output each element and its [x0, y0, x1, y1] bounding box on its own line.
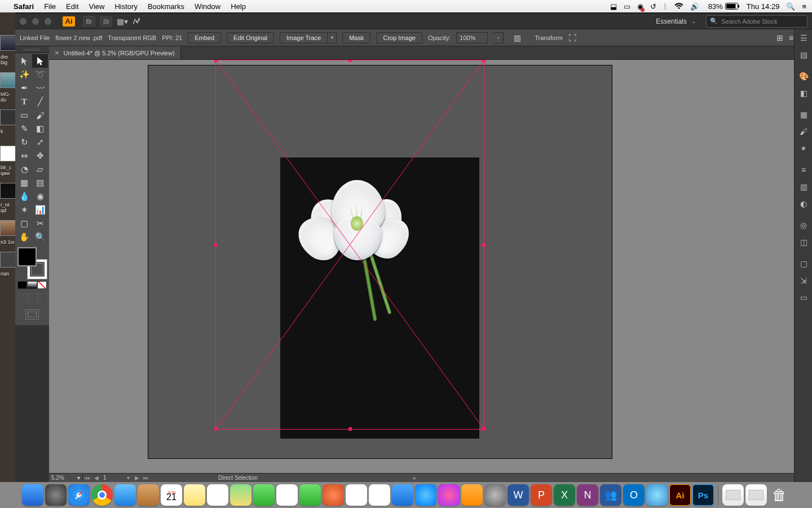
close-tab-icon[interactable]: × — [55, 49, 59, 57]
last-artboard-button[interactable]: ⏭ — [142, 475, 151, 481]
opacity-input[interactable]: 100% — [456, 32, 488, 43]
type-tool[interactable]: T — [16, 95, 32, 108]
antivirus-icon[interactable]: ◉ — [637, 2, 643, 11]
gpu-icon[interactable]: 🗲 — [133, 17, 140, 26]
gradient-panel-icon[interactable]: ▥ — [795, 178, 812, 195]
paintbrush-tool[interactable]: 🖌 — [32, 108, 48, 122]
stroke-panel-icon[interactable]: ≡ — [795, 161, 812, 178]
edit-original-button[interactable]: Edit Original — [227, 32, 274, 43]
document-tab[interactable]: × Untitled-4* @ 5.2% (RGB/GPU Preview) — [49, 46, 181, 59]
prev-artboard-button[interactable]: ◀ — [92, 475, 101, 481]
menu-help[interactable]: Help — [231, 2, 246, 11]
dropbox-icon[interactable]: ⬓ — [610, 2, 617, 11]
stock-button[interactable]: St — [100, 16, 112, 27]
isolate-icon[interactable]: ⊞ — [776, 33, 783, 42]
next-artboard-button[interactable]: ▶ — [133, 475, 142, 481]
eyedropper-tool[interactable]: 💧 — [16, 190, 32, 203]
shape-builder-tool[interactable]: ◔ — [16, 163, 32, 176]
wifi-icon[interactable] — [674, 3, 683, 10]
dock-app-outlook[interactable]: O — [623, 484, 645, 506]
selection-tool[interactable] — [16, 54, 32, 68]
curvature-tool[interactable]: 〰 — [32, 81, 48, 95]
bluetooth-icon[interactable]: ᛒ — [663, 2, 668, 11]
window-close-button[interactable] — [20, 18, 27, 25]
selection-handle[interactable] — [214, 60, 218, 62]
dock-app-browser2[interactable] — [646, 484, 668, 506]
zoom-tool[interactable]: 🔍 — [32, 230, 48, 244]
dock-app-contacts[interactable] — [138, 484, 159, 506]
dock-app-calendar[interactable]: JUN21 — [161, 484, 182, 506]
menu-edit[interactable]: Edit — [66, 2, 78, 11]
lasso-tool[interactable]: ➰ — [32, 68, 48, 81]
menu-file[interactable]: File — [44, 2, 56, 11]
dock-app-facetime[interactable] — [299, 484, 321, 506]
appearance-panel-icon[interactable]: ◎ — [795, 217, 812, 234]
direct-selection-tool[interactable] — [32, 54, 48, 68]
align-panel-icon[interactable]: ≡ — [789, 33, 793, 42]
window-minimize-button[interactable] — [32, 18, 39, 25]
bridge-button[interactable]: Br — [83, 16, 95, 27]
magic-wand-tool[interactable]: ✨ — [16, 68, 32, 81]
fill-stroke-swatch[interactable] — [17, 247, 47, 279]
scale-tool[interactable]: ⤢ — [32, 135, 48, 149]
color-panel-icon[interactable]: 🎨 — [795, 68, 812, 85]
artboard-number-input[interactable]: 1 — [101, 475, 123, 481]
dock-trash[interactable]: 🗑 — [769, 484, 790, 506]
desktop-thumb[interactable] — [0, 183, 16, 199]
dock-app-finder[interactable] — [22, 484, 43, 506]
menubar-clock[interactable]: Thu 14:29 — [747, 2, 780, 11]
swatches-panel-icon[interactable]: ▦ — [795, 106, 812, 123]
symbol-sprayer-tool[interactable]: ✶ — [16, 203, 32, 217]
canvas[interactable] — [49, 60, 803, 473]
dock-app-notes[interactable] — [184, 484, 205, 506]
dock-app-messages[interactable] — [253, 484, 275, 506]
selection-handle[interactable] — [348, 60, 352, 62]
dock-app-onenote[interactable]: N — [577, 484, 598, 506]
arrange-documents-icon[interactable]: ▦▾ — [117, 17, 128, 26]
column-graph-tool[interactable]: 📊 — [32, 203, 48, 217]
first-artboard-button[interactable]: ⏮ — [83, 475, 92, 481]
dock-app-itunes[interactable] — [438, 484, 460, 506]
color-guide-panel-icon[interactable]: ◧ — [795, 85, 812, 102]
chevron-down-icon[interactable]: ▾ — [328, 32, 337, 43]
dock-app-illustrator[interactable]: Ai — [669, 484, 691, 506]
dock-app-keynote[interactable] — [392, 484, 413, 506]
menu-bookmarks[interactable]: Bookmarks — [148, 2, 184, 11]
image-trace-button[interactable]: Image Trace — [280, 32, 328, 43]
dock-app-photoshop[interactable]: Ps — [692, 484, 714, 506]
width-tool[interactable]: ⇔ — [16, 149, 32, 163]
dock-app-preferences[interactable] — [484, 484, 506, 506]
dock-app-photos[interactable] — [276, 484, 298, 506]
spotlight-icon[interactable]: 🔍 — [786, 2, 795, 11]
shaper-tool[interactable]: ✎ — [16, 122, 32, 135]
zoom-select[interactable]: 5.2%▾ — [49, 475, 83, 481]
menu-history[interactable]: History — [114, 2, 137, 11]
transform-panel-icon[interactable]: ⛶ — [568, 33, 576, 42]
asset-export-panel-icon[interactable]: ⇲ — [795, 272, 812, 289]
dock-app-photobooth[interactable] — [323, 484, 344, 506]
transform-link[interactable]: Transform — [535, 34, 563, 41]
embed-button[interactable]: Embed — [188, 32, 221, 43]
screen-mode-toggle[interactable] — [17, 309, 47, 319]
selection-handle[interactable] — [482, 60, 486, 62]
gradient-tool[interactable]: ▤ — [32, 176, 48, 190]
mesh-tool[interactable]: ▦ — [16, 176, 32, 190]
perspective-tool[interactable]: ▱ — [32, 163, 48, 176]
slice-tool[interactable]: ✂ — [32, 217, 48, 230]
desktop-thumb[interactable] — [0, 72, 16, 88]
volume-icon[interactable]: 🔊 — [690, 2, 699, 11]
display-icon[interactable]: ▭ — [624, 2, 630, 11]
blend-tool[interactable]: ◉ — [32, 190, 48, 203]
dock-app-reminders[interactable] — [207, 484, 228, 506]
rectangle-tool[interactable]: ▭ — [16, 108, 32, 122]
menubar-appname[interactable]: Safari — [14, 2, 34, 11]
transparency-panel-icon[interactable]: ◐ — [795, 195, 812, 212]
pen-tool[interactable]: ✒ — [16, 81, 32, 95]
artboards-panel-icon[interactable]: ▭ — [795, 289, 812, 306]
dock-app-launchpad[interactable] — [45, 484, 67, 506]
dock-folder2[interactable] — [745, 484, 767, 506]
dock-app-mail[interactable] — [114, 484, 136, 506]
artboard-chevron-icon[interactable]: ▾ — [123, 475, 133, 481]
dock-app-numbers[interactable] — [346, 484, 367, 506]
dock-app-word[interactable]: W — [508, 484, 529, 506]
